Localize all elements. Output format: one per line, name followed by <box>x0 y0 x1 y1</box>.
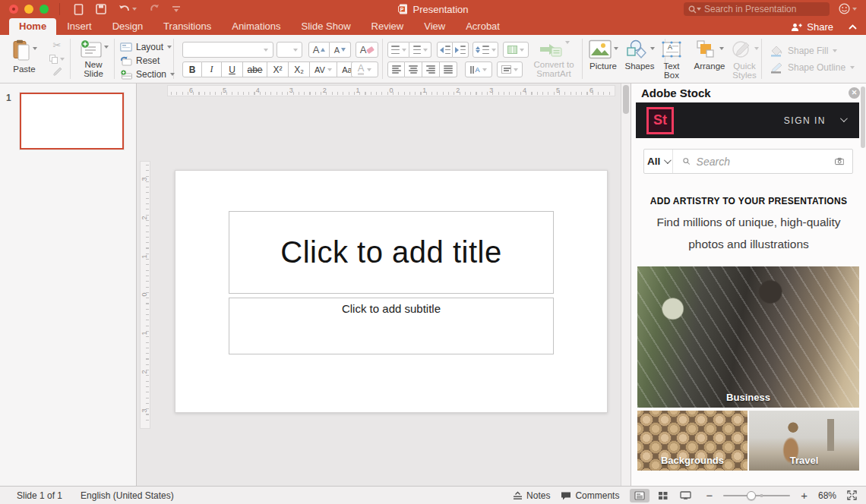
slide-sorter-view-button[interactable] <box>653 489 672 502</box>
shapes-caret-icon[interactable] <box>650 47 655 50</box>
slide-thumbnail[interactable] <box>20 93 124 150</box>
align-right-button[interactable] <box>422 61 440 77</box>
collapse-ribbon-chevron-icon[interactable] <box>849 24 857 30</box>
arrange-button[interactable]: Arrange <box>691 39 728 71</box>
section-caret-icon[interactable] <box>170 73 175 76</box>
columns-button[interactable] <box>503 42 529 58</box>
shape-fill-button[interactable]: Shape Fill <box>770 43 855 59</box>
zoom-level[interactable]: 68% <box>818 490 836 501</box>
tab-animations[interactable]: Animations <box>222 18 290 35</box>
text-box-button[interactable]: A Text Box <box>656 39 687 80</box>
font-color-button[interactable]: A <box>351 61 378 77</box>
format-painter-button[interactable] <box>46 65 68 78</box>
grow-font-button[interactable]: A <box>308 42 330 58</box>
align-center-button[interactable] <box>405 61 422 77</box>
subscript-button[interactable]: X₂ <box>289 61 310 77</box>
text-direction-button[interactable]: A <box>465 61 492 77</box>
category-backgrounds[interactable]: Backgrounds <box>637 411 747 471</box>
new-document-icon[interactable] <box>74 4 84 15</box>
numbering-button[interactable] <box>409 42 431 58</box>
clear-formatting-button[interactable]: A <box>356 42 378 58</box>
zoom-in-button[interactable]: + <box>801 492 808 499</box>
tab-slide-show[interactable]: Slide Show <box>292 18 361 35</box>
copy-caret-icon[interactable] <box>60 58 65 61</box>
category-travel[interactable]: Travel <box>749 411 859 471</box>
share-person-icon[interactable] <box>791 23 802 32</box>
editor-scrollbar[interactable] <box>621 83 631 486</box>
notes-button[interactable]: Notes <box>513 490 550 501</box>
convert-to-smartart-button[interactable]: Convert to SmartArt <box>529 41 579 78</box>
comments-button[interactable]: Comments <box>561 490 619 501</box>
editor-scrollbar-thumb[interactable] <box>623 85 629 114</box>
align-text-button[interactable] <box>497 61 523 77</box>
increase-indent-button[interactable] <box>453 42 469 58</box>
title-placeholder[interactable]: Click to add title <box>229 211 554 294</box>
search-input[interactable] <box>704 4 811 14</box>
layout-caret-icon[interactable] <box>167 46 172 49</box>
redo-button[interactable] <box>149 4 160 14</box>
zoom-out-button[interactable]: − <box>706 492 713 499</box>
tab-home[interactable]: Home <box>9 18 56 35</box>
new-slide-button[interactable]: New Slide <box>76 39 111 78</box>
search-filter-dropdown[interactable]: All <box>644 150 673 173</box>
new-slide-caret-icon[interactable] <box>104 46 109 49</box>
reset-button[interactable]: Reset <box>120 54 175 68</box>
copy-button[interactable] <box>46 52 68 65</box>
line-spacing-button[interactable] <box>473 42 498 58</box>
slide-canvas[interactable]: Click to add title Click to add subtitle <box>175 170 608 413</box>
feedback-smiley-icon[interactable] <box>839 3 850 14</box>
font-name-dropdown[interactable] <box>182 42 273 58</box>
layout-button[interactable]: Layout <box>120 40 175 54</box>
undo-button[interactable] <box>119 5 137 14</box>
bold-button[interactable]: B <box>182 61 202 77</box>
zoom-slider-knob[interactable] <box>747 491 756 500</box>
picture-button[interactable]: Picture <box>586 39 620 71</box>
sign-in-button[interactable]: SIGN IN <box>784 115 826 126</box>
stock-panel-scrollbar-thumb[interactable] <box>861 87 865 148</box>
feedback-caret-icon[interactable] <box>852 8 857 11</box>
search-in-presentation-box[interactable] <box>684 2 830 16</box>
bullets-button[interactable] <box>387 42 409 58</box>
strikethrough-button[interactable]: abe <box>243 61 267 77</box>
close-window-button[interactable] <box>9 5 18 14</box>
quick-styles-caret-icon[interactable] <box>754 47 759 50</box>
tab-view[interactable]: View <box>414 18 455 35</box>
close-panel-icon[interactable]: ✕ <box>849 87 860 99</box>
character-spacing-button[interactable]: AV <box>310 61 337 77</box>
shape-fill-caret-icon[interactable] <box>833 49 837 52</box>
tab-review[interactable]: Review <box>362 18 414 35</box>
stock-search-input[interactable] <box>697 156 835 168</box>
font-size-dropdown[interactable] <box>277 42 302 58</box>
shapes-button[interactable]: Shapes <box>623 39 656 71</box>
normal-view-button[interactable] <box>630 489 650 502</box>
cut-button[interactable]: ✂ <box>46 39 68 52</box>
fit-slide-to-window-icon[interactable] <box>847 490 857 500</box>
align-left-button[interactable] <box>387 61 405 77</box>
search-scope-caret-icon[interactable] <box>697 8 701 11</box>
language-indicator[interactable]: English (United States) <box>81 490 174 501</box>
slideshow-view-button[interactable] <box>675 489 695 502</box>
tab-acrobat[interactable]: Acrobat <box>456 18 510 35</box>
superscript-button[interactable]: X² <box>267 61 289 77</box>
section-button[interactable]: Section <box>120 68 175 81</box>
paste-button[interactable]: Paste <box>8 39 41 74</box>
justify-button[interactable] <box>440 61 457 77</box>
share-button[interactable]: Share <box>807 21 833 33</box>
zoom-window-button[interactable] <box>40 5 49 14</box>
tab-transitions[interactable]: Transitions <box>153 18 221 35</box>
tab-design[interactable]: Design <box>103 18 153 35</box>
italic-button[interactable]: I <box>202 61 222 77</box>
decrease-indent-button[interactable] <box>437 42 453 58</box>
paste-caret-icon[interactable] <box>33 47 37 50</box>
sign-in-chevron-icon[interactable] <box>840 115 848 122</box>
subtitle-placeholder[interactable]: Click to add subtitle <box>229 298 554 354</box>
zoom-slider[interactable] <box>723 490 790 501</box>
camera-search-icon[interactable] <box>835 156 844 166</box>
shape-outline-button[interactable]: Shape Outline <box>770 59 855 76</box>
shape-outline-caret-icon[interactable] <box>850 66 855 69</box>
category-business[interactable]: Business <box>637 266 859 408</box>
undo-caret-icon[interactable] <box>132 8 137 11</box>
minimize-window-button[interactable] <box>24 5 33 14</box>
save-icon[interactable] <box>96 4 106 14</box>
quick-access-menu-icon[interactable] <box>172 5 181 13</box>
